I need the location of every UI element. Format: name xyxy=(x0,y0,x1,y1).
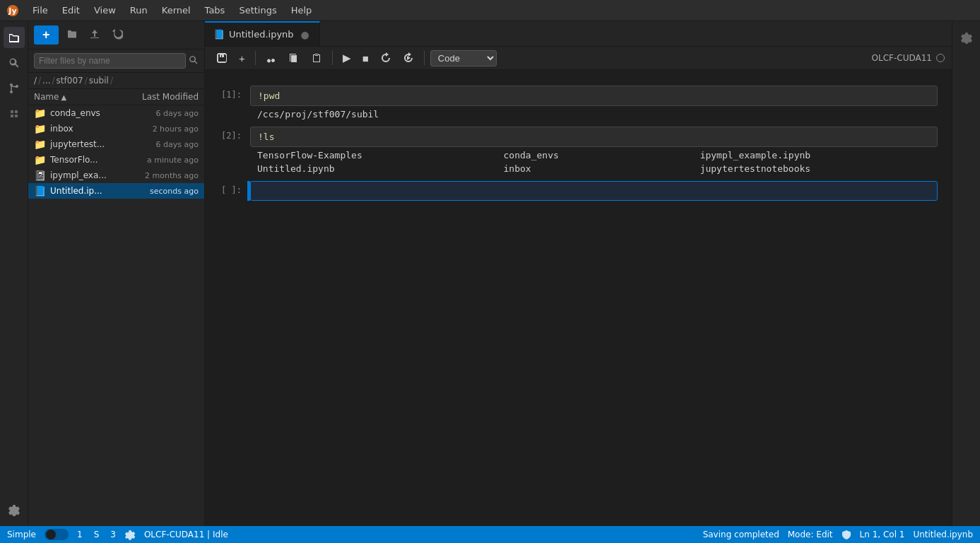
menu-view[interactable]: View xyxy=(88,4,122,17)
sidebar-files-icon[interactable] xyxy=(4,27,25,48)
file-panel-toolbar: + xyxy=(28,21,204,49)
cell-3-input[interactable] xyxy=(250,181,938,201)
search-bar xyxy=(28,49,204,73)
edit-mode: Mode: Edit xyxy=(788,530,833,539)
file-list: 📁 conda_envs 6 days ago 📁 inbox 2 hours … xyxy=(28,105,204,526)
kernel-status: OLCF-CUDA11 | Idle xyxy=(144,530,228,539)
breadcrumb-root[interactable]: / xyxy=(34,76,37,86)
simple-label: Simple xyxy=(7,530,36,539)
file-list-header[interactable]: Name ▲ Last Modified xyxy=(28,89,204,105)
simple-toggle[interactable] xyxy=(45,529,69,540)
file-modified: 6 days ago xyxy=(135,109,199,118)
right-sidebar xyxy=(952,21,980,526)
num2-indicator: 3 xyxy=(110,530,116,539)
file-modified: 6 days ago xyxy=(135,140,199,149)
cell-1-number: [1]: xyxy=(205,86,247,100)
interrupt-button[interactable]: ■ xyxy=(358,50,373,66)
right-sidebar-settings-icon[interactable] xyxy=(956,27,977,48)
tab-notebook-icon: 📘 xyxy=(213,29,225,40)
cell-2-content[interactable]: !ls TensorFlow-Examples conda_envs ipymp… xyxy=(250,127,938,177)
notebook-toolbar: + ▶ ■ xyxy=(205,47,952,70)
sidebar-bottom-icons xyxy=(4,499,25,520)
file-item-ipympl[interactable]: 📓 ipympl_exa... 2 months ago xyxy=(28,168,204,183)
copy-button[interactable] xyxy=(284,50,304,66)
ls-output: TensorFlow-Examples conda_envs ipympl_ex… xyxy=(257,150,931,174)
folder-icon: 📁 xyxy=(34,154,46,165)
breadcrumb-subil[interactable]: subil xyxy=(89,76,109,86)
cell-1-content[interactable]: !pwd /ccs/proj/stf007/subil xyxy=(250,86,938,122)
file-modified: 2 hours ago xyxy=(135,124,199,134)
search-input[interactable] xyxy=(34,53,186,69)
file-item-untitled[interactable]: 📘 Untitled.ip... seconds ago xyxy=(28,183,204,199)
cell-type-select[interactable]: Code Markdown Raw xyxy=(430,50,497,66)
file-item-jupytertest[interactable]: 📁 jupytertest... 6 days ago xyxy=(28,136,204,152)
kernel-indicator: OLCF-CUDA11 xyxy=(872,53,945,63)
tab-untitled[interactable]: 📘 Untitled.ipynb ● xyxy=(205,21,320,46)
save-button[interactable] xyxy=(212,50,232,66)
file-item-conda_envs[interactable]: 📁 conda_envs 6 days ago xyxy=(28,105,204,121)
menu-kernel[interactable]: Kernel xyxy=(156,4,196,17)
file-name: ipympl_exa... xyxy=(50,170,131,180)
new-button[interactable]: + xyxy=(34,25,59,45)
notebook-content: [1]: !pwd /ccs/proj/stf007/subil [2]: !l… xyxy=(205,70,952,526)
menu-tabs[interactable]: Tabs xyxy=(199,4,231,17)
toggle-knob xyxy=(46,530,56,539)
settings-status-icon xyxy=(124,529,136,540)
refresh-button[interactable] xyxy=(108,26,126,44)
file-modified: 2 months ago xyxy=(135,171,199,180)
notebook-icon-blue: 📘 xyxy=(34,185,46,197)
menu-run[interactable]: Run xyxy=(124,4,153,17)
breadcrumb-stf007[interactable]: stf007 xyxy=(57,76,83,86)
line-number: 1 xyxy=(77,530,83,539)
status-right: Saving completed Mode: Edit Ln 1, Col 1 … xyxy=(703,530,973,539)
upload-button[interactable] xyxy=(85,26,104,44)
breadcrumb-ellipsis[interactable]: ... xyxy=(42,76,50,86)
cell-3-number: [ ]: xyxy=(205,181,247,195)
add-cell-button[interactable]: + xyxy=(235,50,249,66)
restart-run-button[interactable] xyxy=(399,50,418,66)
file-name: Untitled.ip... xyxy=(50,186,131,196)
tab-close-button[interactable]: ● xyxy=(300,29,311,40)
menu-edit[interactable]: Edit xyxy=(57,4,85,17)
tab-bar: 📘 Untitled.ipynb ● xyxy=(205,21,952,47)
toolbar-divider-3 xyxy=(424,51,425,65)
toggle-right xyxy=(57,530,67,539)
cursor-position: Ln 1, Col 1 xyxy=(860,530,905,539)
cut-button[interactable] xyxy=(261,50,281,66)
main-area: + xyxy=(0,21,980,526)
s-indicator: S xyxy=(91,529,102,540)
restart-button[interactable] xyxy=(376,50,396,66)
paste-button[interactable] xyxy=(307,50,326,66)
file-name: jupytertest... xyxy=(50,139,131,149)
tab-title: Untitled.ipynb xyxy=(229,29,294,40)
cell-3-content[interactable] xyxy=(250,181,938,201)
sort-arrow: ▲ xyxy=(61,93,66,101)
file-item-inbox[interactable]: 📁 inbox 2 hours ago xyxy=(28,121,204,136)
sidebar-extensions-icon[interactable] xyxy=(4,103,25,124)
cell-2-number: [2]: xyxy=(205,127,247,141)
open-folder-button[interactable] xyxy=(63,26,81,44)
file-panel: + xyxy=(28,21,205,526)
sidebar-git-icon[interactable] xyxy=(4,78,25,99)
run-button[interactable]: ▶ xyxy=(338,49,355,66)
menu-settings[interactable]: Settings xyxy=(233,4,282,17)
name-column-header[interactable]: Name ▲ xyxy=(34,92,128,102)
search-submit-button[interactable] xyxy=(189,55,199,67)
kernel-status-circle xyxy=(936,54,945,62)
menu-help[interactable]: Help xyxy=(285,4,318,17)
file-item-tensorflow[interactable]: 📁 TensorFlo... a minute ago xyxy=(28,152,204,168)
cell-1-input[interactable]: !pwd xyxy=(250,86,938,106)
cell-2: [2]: !ls TensorFlow-Examples conda_envs … xyxy=(205,127,952,177)
cell-2-input[interactable]: !ls xyxy=(250,127,938,147)
app-logo: Jy xyxy=(6,4,20,18)
file-modified: a minute ago xyxy=(135,156,199,165)
sidebar-search-icon[interactable] xyxy=(4,52,25,74)
menu-file[interactable]: File xyxy=(27,4,54,17)
status-bar: Simple 1 S 3 OLCF-CUDA11 | Idle Saving c… xyxy=(0,526,980,543)
notebook-name-status: Untitled.ipynb xyxy=(913,530,973,539)
notebook-icon-orange: 📓 xyxy=(34,170,46,181)
saving-status: Saving completed xyxy=(703,530,779,539)
file-modified: seconds ago xyxy=(135,187,199,196)
sidebar-settings-icon[interactable] xyxy=(4,499,25,520)
file-name: TensorFlo... xyxy=(50,155,131,165)
